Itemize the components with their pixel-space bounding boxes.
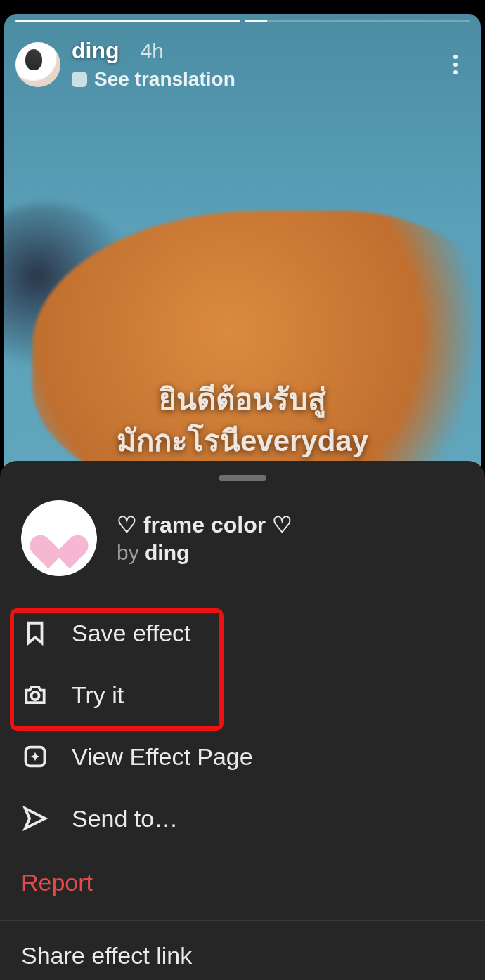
effect-bottom-sheet[interactable]: ♡ frame color ♡ by ding Save effect Try … — [0, 461, 485, 980]
report-item[interactable]: Report — [0, 849, 485, 917]
view-effect-page-item[interactable]: View Effect Page — [0, 726, 485, 788]
translation-icon — [72, 72, 87, 87]
see-translation[interactable]: See translation — [72, 68, 441, 91]
save-effect-label: Save effect — [72, 620, 191, 647]
effect-title: ♡ frame color ♡ — [117, 511, 292, 538]
heart-icon — [40, 521, 78, 555]
send-to-label: Send to… — [72, 805, 178, 832]
author-username[interactable]: ding — [72, 38, 119, 64]
story-progress — [15, 20, 470, 22]
sparkle-square-icon — [21, 743, 49, 771]
story-caption: ยินดีต้อนรับสู่ มักกะโรนีeveryday — [4, 379, 481, 462]
see-translation-label: See translation — [94, 68, 235, 91]
share-effect-link-item[interactable]: Share effect link — [0, 927, 485, 969]
camera-icon — [21, 681, 49, 709]
divider — [0, 596, 485, 596]
more-options-button[interactable] — [441, 51, 470, 78]
send-to-item[interactable]: Send to… — [0, 788, 485, 849]
story-timestamp: 4h — [141, 39, 164, 63]
svg-point-0 — [31, 692, 39, 700]
view-effect-page-label: View Effect Page — [72, 743, 253, 771]
bookmark-icon — [21, 619, 49, 647]
sheet-grabber[interactable] — [219, 475, 266, 481]
effect-avatar — [21, 500, 97, 576]
send-icon — [21, 804, 49, 832]
effect-header[interactable]: ♡ frame color ♡ by ding — [0, 481, 485, 593]
try-it-label: Try it — [72, 681, 124, 709]
save-effect-item[interactable]: Save effect — [0, 602, 485, 664]
try-it-item[interactable]: Try it — [0, 664, 485, 726]
author-avatar[interactable] — [15, 42, 60, 87]
divider — [0, 920, 485, 921]
effect-author[interactable]: by ding — [117, 541, 292, 565]
